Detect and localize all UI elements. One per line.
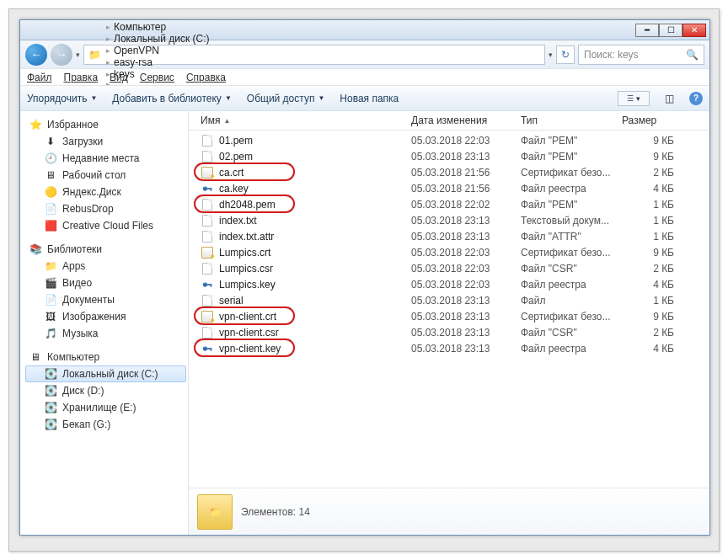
file-icon [201, 262, 214, 275]
share-button[interactable]: Общий доступ▼ [247, 93, 325, 104]
back-button[interactable]: ← [25, 44, 47, 66]
file-icon [201, 246, 214, 259]
sidebar-item[interactable]: 📁Apps [25, 258, 186, 275]
crumb[interactable]: ▸easy-rsa [103, 56, 213, 68]
help-button[interactable]: ? [689, 92, 703, 105]
sidebar-item[interactable]: ⬇Загрузки [25, 133, 186, 150]
history-dropdown-icon[interactable]: ▾ [76, 51, 80, 59]
menu-view[interactable]: Вид [110, 72, 128, 83]
computer-icon: 🖥 [29, 350, 42, 364]
file-row[interactable]: vpn-client.crt05.03.2018 23:13Сертификат… [189, 308, 709, 324]
item-icon: 🕘 [44, 152, 57, 165]
sidebar-item[interactable]: 💽Локальный диск (C:) [25, 365, 186, 382]
sidebar-item[interactable]: 💽Хранилище (E:) [25, 399, 186, 416]
file-row[interactable]: 02.pem05.03.2018 23:13Файл "PEM"9 КБ [189, 148, 709, 164]
item-count-label: Элементов: 14 [241, 506, 310, 518]
item-icon: 💽 [44, 384, 57, 397]
sidebar: ⭐Избранное ⬇Загрузки🕘Недавние места🖥Рабо… [20, 111, 189, 535]
item-icon: 📄 [44, 293, 57, 307]
sidebar-item[interactable]: 💽Бекап (G:) [25, 416, 186, 433]
item-icon: ⬇ [44, 135, 57, 148]
col-type[interactable]: Тип [521, 115, 622, 126]
file-row[interactable]: dh2048.pem05.03.2018 22:02Файл "PEM"1 КБ [189, 196, 709, 212]
item-icon: 🟥 [44, 219, 57, 232]
file-row[interactable]: Lumpics.crt05.03.2018 22:03Сертификат бе… [189, 244, 709, 260]
menu-service[interactable]: Сервис [140, 72, 174, 83]
item-icon: 📄 [44, 202, 57, 216]
file-icon [201, 326, 214, 339]
nav-bar: ← → ▾ 📁 ▸Компьютер▸Локальный диск (C:)▸O… [20, 40, 709, 69]
newfolder-button[interactable]: Новая папка [340, 93, 399, 104]
file-row[interactable]: index.txt05.03.2018 23:13Текстовый докум… [189, 212, 709, 228]
file-pane: Имя▲ Дата изменения Тип Размер 01.pem05.… [189, 111, 709, 535]
sidebar-item[interactable]: 🖥Рабочий стол [25, 167, 186, 184]
file-icon [201, 166, 214, 179]
file-row[interactable]: vpn-client.csr05.03.2018 23:13Файл "CSR"… [189, 324, 709, 340]
crumb[interactable]: ▸Локальный диск (C:) [103, 33, 213, 45]
item-icon: 🟡 [44, 185, 57, 199]
sidebar-computer-header[interactable]: 🖥Компьютер [25, 349, 186, 365]
sidebar-item[interactable]: 💽Диск (D:) [25, 382, 186, 399]
menu-help[interactable]: Справка [186, 72, 226, 83]
file-row[interactable]: Lumpics.key05.03.2018 22:03Файл реестра4… [189, 276, 709, 292]
sidebar-item[interactable]: 🎬Видео [25, 275, 186, 291]
file-row[interactable]: ca.crt05.03.2018 21:56Сертификат безо...… [189, 164, 709, 180]
search-input[interactable]: Поиск: keys 🔍 [578, 45, 704, 65]
sidebar-item[interactable]: 🟡Яндекс.Диск [25, 184, 186, 200]
item-icon: 💽 [44, 418, 57, 431]
crumb[interactable]: ▸Компьютер [103, 21, 213, 33]
sidebar-favorites-header[interactable]: ⭐Избранное [25, 116, 186, 133]
file-icon [201, 150, 214, 163]
folder-icon: 📁 [88, 48, 101, 61]
forward-button[interactable]: → [51, 44, 72, 66]
library-icon: 📚 [29, 243, 42, 256]
file-icon [201, 310, 214, 323]
explorer-window: ━ ☐ ✕ ← → ▾ 📁 ▸Компьютер▸Локальный диск … [19, 19, 710, 536]
addlib-button[interactable]: Добавить в библиотеку▼ [112, 93, 231, 104]
file-row[interactable]: index.txt.attr05.03.2018 23:13Файл "ATTR… [189, 228, 709, 244]
menu-edit[interactable]: Правка [64, 72, 99, 83]
file-row[interactable]: Lumpics.csr05.03.2018 22:03Файл "CSR"2 К… [189, 260, 709, 276]
minimize-button[interactable]: ━ [635, 24, 659, 37]
col-size[interactable]: Размер [622, 115, 681, 126]
menu-bar: Файл Правка Вид Сервис Справка [20, 69, 709, 86]
preview-pane-button[interactable]: ◫ [665, 93, 674, 104]
star-icon: ⭐ [29, 118, 42, 131]
file-row[interactable]: vpn-client.key05.03.2018 23:13Файл реест… [189, 340, 709, 356]
file-row[interactable]: 01.pem05.03.2018 22:03Файл "PEM"9 КБ [189, 132, 709, 148]
sidebar-item[interactable]: 🕘Недавние места [25, 150, 186, 167]
sidebar-libraries-header[interactable]: 📚Библиотеки [25, 241, 186, 258]
view-mode-button[interactable]: ☰ ▾ [618, 91, 650, 106]
col-name[interactable]: Имя▲ [201, 115, 411, 126]
address-dropdown-icon[interactable]: ▾ [549, 51, 553, 59]
sidebar-item[interactable]: 📄RebusDrop [25, 200, 186, 217]
search-icon: 🔍 [686, 49, 699, 61]
refresh-button[interactable]: ↻ [556, 45, 575, 64]
item-icon: 🎬 [44, 276, 57, 290]
file-icon [201, 182, 214, 195]
address-bar[interactable]: 📁 ▸Компьютер▸Локальный диск (C:)▸OpenVPN… [83, 45, 545, 65]
item-icon: 🖥 [44, 168, 57, 182]
organize-button[interactable]: Упорядочить▼ [27, 93, 97, 104]
item-icon: 🎵 [44, 327, 57, 340]
sidebar-item[interactable]: 🎵Музыка [25, 325, 186, 342]
file-icon [201, 294, 214, 307]
file-icon [201, 278, 214, 291]
item-icon: 🖼 [44, 310, 57, 323]
maximize-button[interactable]: ☐ [659, 24, 682, 37]
menu-file[interactable]: Файл [27, 72, 52, 83]
item-icon: 💽 [44, 367, 57, 381]
file-row[interactable]: serial05.03.2018 23:13Файл1 КБ [189, 292, 709, 308]
file-row[interactable]: ca.key05.03.2018 21:56Файл реестра4 КБ [189, 180, 709, 196]
svg-rect-2 [211, 188, 212, 191]
close-button[interactable]: ✕ [682, 24, 706, 37]
col-date[interactable]: Дата изменения [411, 115, 521, 126]
sidebar-item[interactable]: 🖼Изображения [25, 308, 186, 325]
folder-thumb-icon: 📁 [197, 494, 233, 530]
item-icon: 📁 [44, 259, 57, 273]
sidebar-item[interactable]: 🟥Creative Cloud Files [25, 217, 186, 234]
toolbar: Упорядочить▼ Добавить в библиотеку▼ Общи… [20, 86, 709, 111]
sidebar-item[interactable]: 📄Документы [25, 291, 186, 308]
crumb[interactable]: ▸OpenVPN [103, 45, 213, 56]
svg-rect-5 [211, 284, 212, 287]
